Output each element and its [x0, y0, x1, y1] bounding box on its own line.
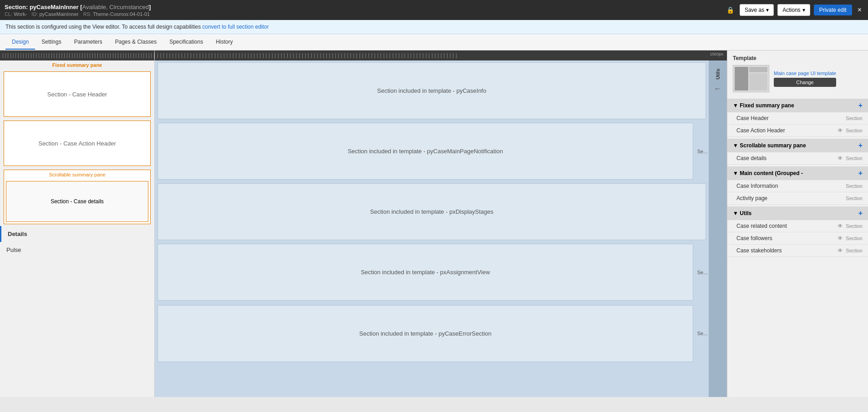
info-bar: This section is configured using the Vie…	[0, 20, 868, 34]
ruler-center: ││││││││││││││││││││││││││││││││││││││││…	[155, 50, 727, 60]
actions-button[interactable]: Actions ▾	[777, 4, 810, 16]
right-item-case-followers[interactable]: Case followers 👁 Section	[727, 232, 868, 245]
scrollable-pane-label: Scrollable summary pane	[4, 170, 150, 179]
right-item-case-related-content[interactable]: Case related content 👁 Section	[727, 220, 868, 232]
template-preview-thumbnail	[733, 65, 769, 92]
top-bar-meta: CL: Work- ID: pyCaseMainInner RS: Theme-…	[5, 11, 151, 17]
center-sections: Section included in template - pyCaseInf…	[155, 60, 709, 397]
section-pyCaseErrorSection[interactable]: Section included in template - pyCaseErr…	[157, 305, 693, 362]
tab-specifications[interactable]: Specifications	[163, 35, 209, 50]
scrollable-summary-pane-group: Scrollable summary pane Section - Case d…	[4, 170, 151, 224]
tab-history[interactable]: History	[209, 35, 239, 50]
main-layout: ││││││││││││││││││││││││││││││││││││││││…	[0, 50, 868, 397]
id-label: ID: pyCaseMainInner	[31, 11, 78, 17]
top-bar: Section: pyCaseMainInner [Available, Cir…	[0, 0, 868, 20]
right-fixed-summary-header[interactable]: ▼ Fixed summary pane +	[727, 99, 868, 112]
case-details-section-box[interactable]: Section - Case details	[6, 181, 148, 222]
eye-icon: 👁	[838, 155, 843, 161]
eye-icon: 👁	[838, 247, 843, 254]
se-label-3: Se...	[696, 302, 709, 364]
ruler-left: ││││││││││││││││││││││││││││││││││││││││…	[0, 50, 154, 60]
eye-icon: 👁	[838, 223, 843, 229]
lock-icon: 🔒	[726, 6, 734, 14]
close-button[interactable]: ×	[856, 6, 863, 14]
template-label: Template	[733, 55, 863, 61]
right-scrollable-summary-pane: ▼ Scrollable summary pane + Case details…	[727, 139, 868, 165]
tab-parameters[interactable]: Parameters	[68, 35, 109, 50]
right-item-case-stakeholders[interactable]: Case stakeholders 👁 Section	[727, 245, 868, 257]
tab-pages-classes[interactable]: Pages & Classes	[109, 35, 163, 50]
add-main-content-icon[interactable]: +	[858, 169, 863, 177]
details-item[interactable]: Details	[0, 226, 154, 242]
ruler-px-label: 1563px	[710, 52, 723, 56]
chevron-down-icon: ▾	[766, 7, 769, 13]
tab-settings[interactable]: Settings	[35, 35, 67, 50]
change-template-button[interactable]: Change	[774, 78, 836, 87]
section-pxAssignmentView[interactable]: Section included in template - pxAssignm…	[157, 244, 693, 301]
pulse-item[interactable]: Pulse	[0, 242, 154, 258]
template-link[interactable]: Main case page UI template	[774, 70, 836, 76]
right-item-case-action-header[interactable]: Case Action Header 👁 Section	[727, 125, 868, 137]
right-main-content-header[interactable]: ▼ Main content (Grouped - +	[727, 166, 868, 180]
top-bar-left: Section: pyCaseMainInner [Available, Cir…	[5, 4, 151, 17]
right-panel: Template Main case page UI template Chan…	[727, 50, 868, 397]
back-arrow-icon[interactable]: ←	[714, 84, 722, 94]
se-label-2: Se...	[696, 242, 709, 302]
fixed-summary-pane-label: Fixed summary pane	[0, 60, 154, 70]
right-item-case-information[interactable]: Case Information Section	[727, 180, 868, 192]
center-area: ││││││││││││││││││││││││││││││││││││││││…	[155, 50, 727, 397]
eye-icon: 👁	[838, 235, 843, 241]
template-area: Template Main case page UI template Chan…	[727, 50, 868, 97]
add-utils-icon[interactable]: +	[858, 209, 863, 217]
right-scrollable-summary-header[interactable]: ▼ Scrollable summary pane +	[727, 139, 868, 152]
rs-label: RS: Theme-Cosmos:04-01-01	[83, 11, 150, 17]
tab-design[interactable]: Design	[5, 35, 35, 50]
right-item-case-header[interactable]: Case Header Section	[727, 112, 868, 125]
section-pyCaseInfo[interactable]: Section included in template - pyCaseInf…	[157, 62, 706, 119]
convert-link[interactable]: convert to full section editor	[202, 24, 269, 30]
right-main-content-pane: ▼ Main content (Grouped - + Case Informa…	[727, 166, 868, 205]
add-fixed-summary-icon[interactable]: +	[858, 101, 863, 110]
save-as-button[interactable]: Save as ▾	[740, 4, 774, 16]
right-utils-header[interactable]: ▼ Utils +	[727, 206, 868, 220]
section-pxDisplayStages[interactable]: Section included in template - pxDisplay…	[157, 183, 706, 240]
utils-column: Utils ←	[709, 60, 727, 397]
top-bar-right: 🔒 Save as ▾ Actions ▾ Private edit ×	[726, 4, 863, 16]
right-utils-pane: ▼ Utils + Case related content 👁 Section…	[727, 206, 868, 257]
case-header-section-box[interactable]: Section - Case Header	[4, 71, 151, 117]
tabs-bar: Design Settings Parameters Pages & Class…	[0, 34, 868, 50]
case-action-header-section-box[interactable]: Section - Case Action Header	[4, 121, 151, 166]
eye-icon: 👁	[838, 127, 843, 134]
se-label-1: Se...	[696, 121, 709, 181]
private-edit-button[interactable]: Private edit	[814, 5, 852, 15]
right-item-activity-page[interactable]: Activity page Section	[727, 192, 868, 205]
right-fixed-summary-pane: ▼ Fixed summary pane + Case Header Secti…	[727, 99, 868, 137]
page-title: Section: pyCaseMainInner [Available, Cir…	[5, 4, 151, 10]
right-item-case-details[interactable]: Case details 👁 Section	[727, 152, 868, 165]
chevron-down-icon: ▾	[802, 7, 805, 13]
left-panel: ││││││││││││││││││││││││││││││││││││││││…	[0, 50, 155, 397]
cl-label: CL: Work-	[5, 11, 27, 17]
section-pyCaseMainPageNotification[interactable]: Section included in template - pyCaseMai…	[157, 123, 693, 180]
add-scrollable-summary-icon[interactable]: +	[858, 141, 863, 150]
